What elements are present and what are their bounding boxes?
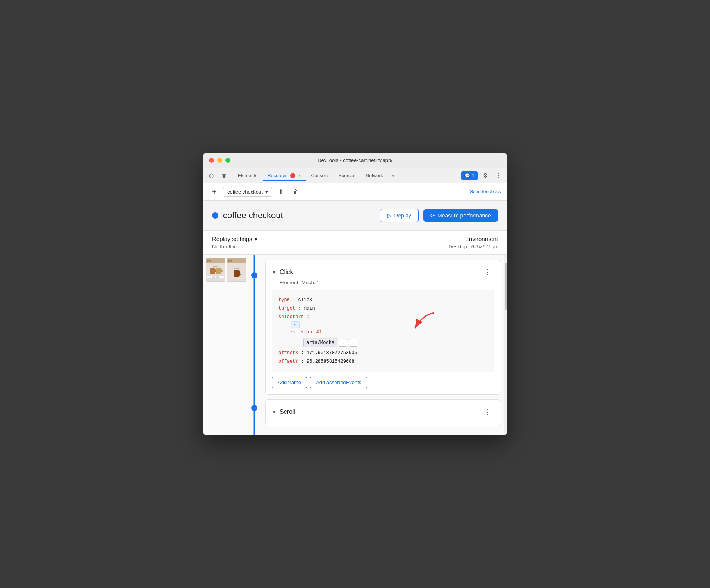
screenshot-thumb-2[interactable]: Mocha (227, 258, 246, 282)
feedback-badge-button[interactable]: 💬 1 (461, 171, 478, 180)
scroll-step: ▼ Scroll ⋮ (265, 399, 501, 426)
replay-play-icon: ▷ (387, 212, 392, 219)
traffic-lights (209, 158, 230, 163)
dropdown-chevron-icon: ▾ (265, 189, 268, 195)
scrollbar[interactable] (504, 255, 507, 435)
tab-console[interactable]: Console (307, 171, 333, 181)
offsetX-key: offsetX (278, 350, 298, 356)
export-button[interactable]: ⬆ (275, 186, 286, 197)
offsetY-val: 96.28585815429688 (307, 359, 354, 364)
recording-header: coffee checkout ▷ Replay ⟳ Measure perfo… (203, 201, 507, 230)
devtools-window: DevTools - coffee-cart.netlify.app/ ⬡ ▣ … (203, 153, 507, 435)
minimize-button[interactable] (217, 158, 222, 163)
tab-bar-icons: ⬡ ▣ (206, 170, 229, 181)
add-recording-button[interactable]: + (209, 186, 220, 197)
tab-bar: ⬡ ▣ Elements Recorder 🔴 × Console Source… (203, 168, 507, 183)
timeline-dot-click (251, 272, 257, 278)
click-step-title: Click (280, 269, 293, 276)
window-title: DevTools - coffee-cart.netlify.app/ (318, 157, 392, 163)
settings-left: Replay settings ▶ No throttling (212, 235, 258, 249)
screenshot-thumb-1[interactable]: Cappucc... Total: $0.00 (206, 258, 225, 282)
action-buttons: Add frame Add assertedEvents (272, 377, 494, 388)
target-key: target (278, 306, 295, 311)
scroll-step-chevron[interactable]: ▼ (272, 409, 277, 415)
settings-gear-button[interactable]: ⚙ (480, 170, 491, 181)
upload-icon: ⬆ (278, 188, 283, 196)
measure-performance-button[interactable]: ⟳ Measure performance (423, 209, 498, 222)
more-tabs-button[interactable]: » (389, 171, 398, 180)
more-options-button[interactable]: ⋮ (493, 170, 504, 181)
replay-settings-row[interactable]: Replay settings ▶ (212, 235, 258, 242)
timeline-area: Cappucc... Total: $0.00 (203, 255, 507, 435)
recording-selector[interactable]: coffee checkout ▾ (223, 187, 272, 197)
selector-value: aria/Mocha (303, 338, 337, 348)
tab-sources[interactable]: Sources (334, 171, 360, 181)
offsetX-val: 171.90187072753906 (307, 350, 357, 356)
scrollbar-thumb[interactable] (505, 263, 507, 310)
add-frame-button[interactable]: Add frame (272, 377, 307, 388)
measure-icon: ⟳ (430, 212, 435, 219)
click-step: ▼ Click ⋮ Element "Mocha" type : click t… (265, 260, 501, 394)
click-step-code: type : click target : main selectors : ↖ (272, 290, 494, 372)
throttling-label: No throttling (212, 244, 258, 249)
recording-title: coffee checkout (223, 210, 375, 221)
cursor-icon[interactable]: ⬡ (206, 170, 217, 181)
tab-right-controls: 💬 1 ⚙ ⋮ (461, 170, 504, 181)
type-val: click (298, 297, 312, 303)
selector-remove-button[interactable]: − (349, 339, 357, 347)
click-step-more-button[interactable]: ⋮ (481, 266, 494, 278)
selector1-key: selector #1 (291, 330, 322, 335)
toolbar: + coffee checkout ▾ ⬆ 🗑 Send feedback (203, 183, 507, 201)
expand-settings-icon: ▶ (255, 236, 258, 241)
title-bar: DevTools - coffee-cart.netlify.app/ (203, 153, 507, 168)
recording-name: coffee checkout (227, 189, 263, 195)
environment-details: Desktop | 625×671 px (448, 244, 498, 249)
scroll-step-more-button[interactable]: ⋮ (481, 406, 494, 418)
environment-label: Environment (448, 235, 498, 242)
tab-close-icon[interactable]: × (298, 173, 301, 178)
click-step-header: ▼ Click ⋮ (272, 266, 494, 278)
replay-settings-label: Replay settings (212, 235, 252, 242)
maximize-button[interactable] (225, 158, 230, 163)
close-button[interactable] (209, 158, 214, 163)
delete-recording-button[interactable]: 🗑 (289, 186, 300, 197)
tab-elements[interactable]: Elements (233, 171, 262, 181)
delete-icon: 🗑 (292, 188, 298, 195)
scroll-step-header: ▼ Scroll ⋮ (272, 406, 494, 418)
selector-value-row: aria/Mocha + − (303, 338, 488, 348)
selectors-key: selectors (278, 314, 304, 320)
offsetY-key: offsetY (278, 359, 298, 364)
target-val: main (304, 306, 315, 311)
chat-icon: 💬 (464, 173, 470, 178)
device-icon[interactable]: ▣ (218, 170, 229, 181)
screenshot-strip: Cappucc... Total: $0.00 (203, 255, 250, 435)
scroll-step-title: Scroll (280, 408, 295, 415)
replay-button[interactable]: ▷ Replay (380, 209, 419, 222)
send-feedback-link[interactable]: Send feedback (470, 189, 501, 194)
steps-area: ▼ Click ⋮ Element "Mocha" type : click t… (259, 255, 507, 435)
selector-row: ↖ (291, 321, 488, 328)
click-step-subtitle: Element "Mocha" (280, 280, 494, 285)
tab-recorder[interactable]: Recorder 🔴 × (263, 171, 305, 181)
screenshot-thumbnails: Cappucc... Total: $0.00 (206, 258, 246, 282)
selector-add-button[interactable]: + (339, 339, 347, 347)
settings-bar: Replay settings ▶ No throttling Environm… (203, 231, 507, 255)
settings-right: Environment Desktop | 625×671 px (448, 235, 498, 249)
type-key: type (278, 297, 290, 303)
recording-status-dot (212, 212, 218, 219)
tab-network[interactable]: Network (361, 171, 388, 181)
click-step-chevron[interactable]: ▼ (272, 269, 277, 275)
selector-type-icon[interactable]: ↖ (291, 321, 300, 328)
timeline-dot-scroll (251, 405, 257, 411)
add-asserted-events-button[interactable]: Add assertedEvents (310, 377, 367, 388)
